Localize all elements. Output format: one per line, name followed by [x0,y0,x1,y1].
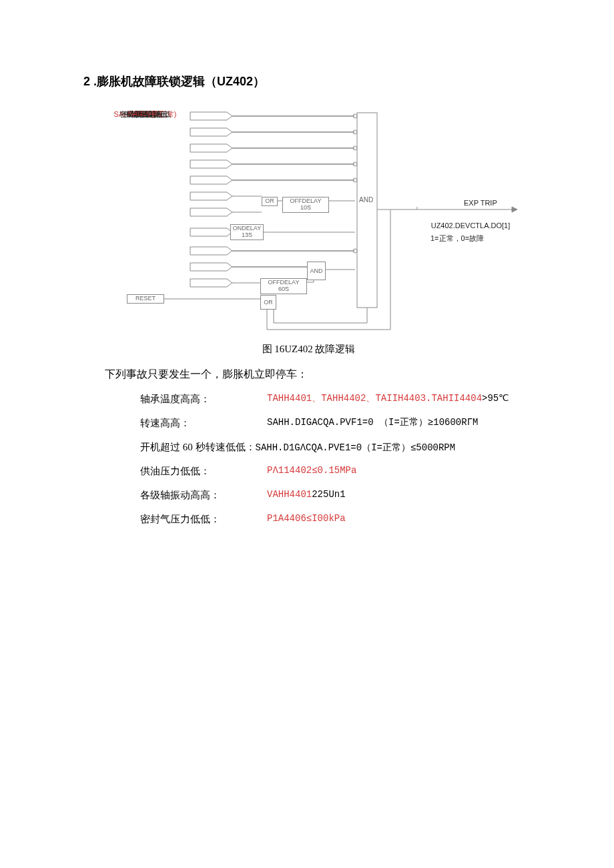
output-top: EXP TRIP [464,199,497,207]
condition-label: 各级轴振动高高： [140,487,267,503]
condition-value: PΛ114402≤0.15MPa [267,463,534,479]
condition-row: 开机超过 60 秒转速低低：SAHH.D1GΛCQA.PVE1=0（I=正常）≤… [140,439,534,455]
condition-value: TAHH4401、TAHH4402、TAIIH4403.TAHII4404>95… [267,391,534,407]
logic-diagram: 轴承温度 SAHH4401(I=正常) 供油压力低低 轴振动 密封气压力低低 P… [103,109,537,336]
svg-rect-0 [357,113,377,308]
condition-value: SAHH.DIGACQA.PVF1=0 （I=正常）≥10600RΓM [267,415,534,431]
and-gate-small: AND [307,262,326,280]
offdelay-10s: OFFDELAY 10S [282,197,329,213]
condition-label: 密封气压力低低： [140,511,267,527]
document-page: 2 .膨胀机故障联锁逻辑（UZ402） 轴承温度 SAHH4401(I=正常) [0,0,614,562]
output-line1: UZ402.DEVCTLA.DO[1] [417,222,524,230]
or-gate-2: OR [260,295,276,310]
condition-label: 轴承温度高高： [140,391,267,407]
condition-text: 开机超过 60 秒转速低低：SAHH.D1GΛCQA.PVE1=0（I=正常）≤… [140,439,455,455]
or-gate-1: OR [262,197,278,206]
conditions-list: 轴承温度高高：TAHH4401、TAHH4402、TAIIH4403.TAHII… [140,391,534,527]
and-gate-main: AND [359,196,373,203]
input-label-10: ZSH401A [103,109,187,117]
reset-box: RESET [127,294,164,304]
condition-label: 供油压力低低： [140,463,267,479]
section-title: 2 .膨胀机故障联锁逻辑（UZ402） [83,73,534,89]
figure-caption: 图 16UZ402 故障逻辑 [83,343,534,356]
condition-value: P1A4406≤I00kPa [267,511,534,527]
condition-row: 供油压力低低：PΛ114402≤0.15MPa [140,463,534,479]
condition-label: 转速高高： [140,415,267,431]
offdelay-60s: OFFDELAY 60S [260,278,307,294]
output-line2: 1=正常，0=故障 [430,234,484,244]
condition-row: 各级轴振动高高：VAHH4401225Un1 [140,487,534,503]
condition-row: 轴承温度高高：TAHH4401、TAHH4402、TAIIH4403.TAHII… [140,391,534,407]
condition-row: 转速高高：SAHH.DIGACQA.PVF1=0 （I=正常）≥10600RΓM [140,415,534,431]
diagram-container: 轴承温度 SAHH4401(I=正常) 供油压力低低 轴振动 密封气压力低低 P… [103,109,534,336]
condition-row: 密封气压力低低：P1A4406≤I00kPa [140,511,534,527]
condition-value: VAHH4401225Un1 [267,487,534,503]
ondelay-13s: ONDELAY 13S [230,224,264,240]
intro-text: 下列事故只要发生一个，膨胀机立即停车： [105,368,534,382]
